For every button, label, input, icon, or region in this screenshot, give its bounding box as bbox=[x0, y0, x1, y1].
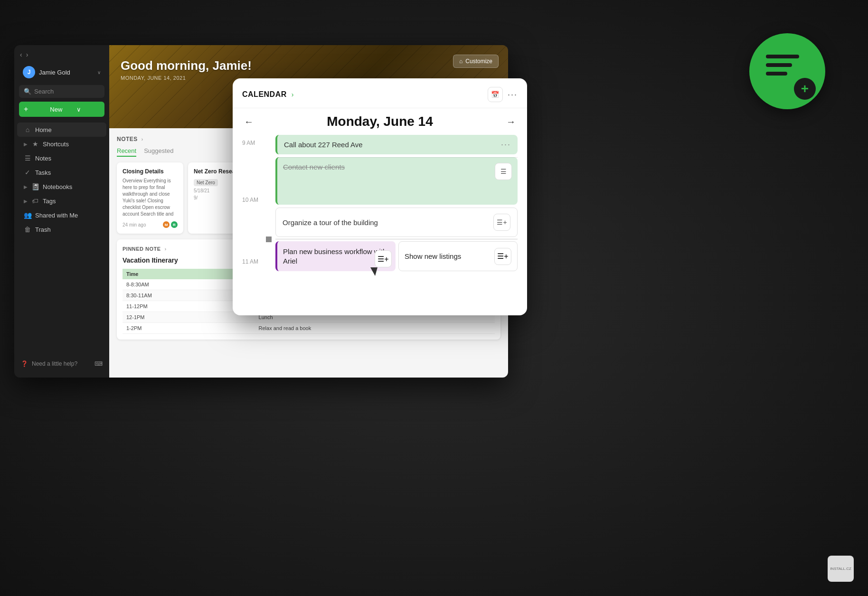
note-action-icon-3: ☰+ bbox=[377, 255, 388, 264]
shortcuts-expand-icon: ▶ bbox=[24, 142, 28, 147]
badge-line-2 bbox=[766, 63, 792, 67]
calendar-header-arrow[interactable]: › bbox=[292, 91, 294, 98]
shared-icon: 👥 bbox=[24, 211, 31, 219]
event-action-organize-tour[interactable]: ☰+ bbox=[493, 214, 510, 231]
green-badge[interactable]: + bbox=[749, 33, 825, 109]
help-text[interactable]: Need a little help? bbox=[32, 360, 77, 367]
user-profile[interactable]: J Jamie Gold ∨ bbox=[17, 63, 106, 81]
calendar-next-button[interactable]: → bbox=[504, 114, 518, 129]
note-time-closing: 24 min ago bbox=[123, 222, 146, 227]
note-users-closing: M R bbox=[163, 221, 178, 228]
event-plan-workflow[interactable]: Plan new business workflow with Ariel ☰+ bbox=[275, 241, 396, 271]
new-chevron-icon: ∨ bbox=[76, 106, 100, 113]
notes-section-arrow[interactable]: › bbox=[142, 137, 143, 142]
event-text-call-reed: Call about 227 Reed Ave bbox=[284, 141, 363, 149]
sidebar-item-tasks[interactable]: ✓ Tasks bbox=[17, 165, 106, 180]
sidebar-item-shortcuts[interactable]: ▶ ★ Shortcuts bbox=[17, 137, 106, 151]
note-meta-closing: 24 min ago M R bbox=[123, 221, 178, 228]
plan-workflow-action-btn[interactable]: ☰+ bbox=[375, 250, 392, 267]
nav-arrows: ‹ › bbox=[14, 51, 109, 63]
tab-suggested[interactable]: Suggested bbox=[144, 147, 173, 157]
badge-line-3 bbox=[766, 72, 787, 76]
search-bar[interactable]: 🔍 Search bbox=[19, 85, 104, 98]
note-body-closing: Overview Everything is here to prep for … bbox=[123, 178, 178, 218]
search-label: Search bbox=[34, 88, 54, 95]
time-slot-11am: 11 AM bbox=[242, 254, 268, 315]
note-card-closing[interactable]: Closing Details Overview Everything is h… bbox=[117, 162, 183, 234]
sidebar-item-home[interactable]: ⌂ Home bbox=[17, 123, 106, 137]
notebooks-expand-icon: ▶ bbox=[24, 184, 28, 189]
time-column: 9 AM 10 AM 11 AM bbox=[242, 135, 268, 315]
help-icon: ❓ bbox=[21, 360, 28, 367]
badge-content: + bbox=[766, 50, 809, 93]
sidebar-item-notebooks[interactable]: ▶ 📓 Notebooks bbox=[17, 180, 106, 194]
sidebar-footer: ❓ Need a little help? ⌨ bbox=[14, 356, 109, 372]
pinned-arrow[interactable]: › bbox=[165, 246, 166, 252]
nav-back-arrow[interactable]: ‹ bbox=[20, 51, 22, 58]
watermark-text: INSTALL.CZ bbox=[830, 567, 851, 571]
event-contact-clients[interactable]: Contact new clients ☰ bbox=[275, 157, 518, 205]
trash-icon: 🗑 bbox=[24, 226, 31, 233]
badge-lines bbox=[766, 50, 809, 76]
badge-line-1 bbox=[766, 55, 799, 58]
event-show-listings[interactable]: Show new listings ☰+ bbox=[398, 241, 518, 271]
keyboard-icon: ⌨ bbox=[94, 360, 103, 367]
time-slot-9am: 9 AM bbox=[242, 135, 268, 192]
nav-forward-arrow[interactable]: › bbox=[26, 51, 28, 58]
event-organize-tour[interactable]: Organize a tour of the building ☰+ bbox=[275, 208, 518, 237]
sidebar: ‹ › J Jamie Gold ∨ 🔍 Search + New ∨ ⌂ Ho… bbox=[14, 45, 109, 378]
shortcuts-icon: ★ bbox=[31, 140, 39, 148]
notebooks-icon: 📓 bbox=[31, 183, 39, 190]
home-icon: ⌂ bbox=[24, 126, 31, 133]
notes-icon: ☰ bbox=[24, 154, 31, 162]
time-marker-row bbox=[275, 239, 518, 239]
calendar-nav: ← Monday, June 14 → bbox=[233, 108, 527, 135]
cursor-icon bbox=[370, 267, 377, 276]
note-tag-netzero: Net Zero bbox=[194, 179, 218, 186]
event-action-show-listings[interactable]: ☰+ bbox=[494, 248, 511, 265]
calendar-popup: CALENDAR › 📅 ··· ← Monday, June 14 → 9 A… bbox=[233, 78, 527, 315]
new-label: New bbox=[50, 106, 73, 113]
greeting-text: Good morning, Jamie! bbox=[121, 58, 497, 73]
event-action-plan-workflow[interactable]: ☰+ bbox=[375, 250, 392, 267]
sidebar-item-label-notebooks: Notebooks bbox=[43, 183, 72, 190]
sidebar-item-label-tasks: Tasks bbox=[35, 169, 51, 176]
badge-plus-icon: + bbox=[801, 82, 809, 95]
avatar: J bbox=[23, 66, 35, 78]
table-cell-activity: Relax and read a book bbox=[255, 323, 495, 334]
time-marker-line bbox=[275, 239, 518, 239]
sidebar-item-tags[interactable]: ▶ 🏷 Tags bbox=[17, 194, 106, 208]
tasks-icon: ✓ bbox=[24, 169, 31, 176]
badge-plus-circle[interactable]: + bbox=[794, 78, 816, 100]
search-icon: 🔍 bbox=[24, 88, 31, 95]
new-button[interactable]: + New ∨ bbox=[19, 102, 104, 117]
sidebar-item-label-shortcuts: Shortcuts bbox=[43, 141, 69, 148]
watermark: INSTALL.CZ bbox=[828, 556, 854, 582]
split-events-row: Plan new business workflow with Ariel ☰+… bbox=[275, 241, 518, 271]
time-marker-dot bbox=[266, 237, 272, 242]
sidebar-item-label-home: Home bbox=[35, 126, 52, 133]
event-action-contact-clients[interactable]: ☰ bbox=[495, 163, 512, 180]
calendar-prev-button[interactable]: ← bbox=[242, 114, 255, 129]
event-call-reed[interactable]: Call about 227 Reed Ave ··· bbox=[275, 135, 518, 154]
sidebar-item-label-tags: Tags bbox=[43, 198, 56, 205]
user-dot-2: R bbox=[171, 221, 178, 228]
new-plus-icon: + bbox=[24, 105, 47, 114]
tags-expand-icon: ▶ bbox=[24, 199, 28, 204]
sidebar-item-notes[interactable]: ☰ Notes bbox=[17, 151, 106, 165]
calendar-more-button[interactable]: ··· bbox=[508, 90, 518, 100]
event-text-plan-workflow: Plan new business workflow with Ariel bbox=[283, 247, 387, 265]
user-name: Jamie Gold bbox=[39, 69, 94, 76]
sidebar-item-trash[interactable]: 🗑 Trash bbox=[17, 222, 106, 237]
table-cell-time: 1-2PM bbox=[123, 323, 255, 334]
note-title-closing: Closing Details bbox=[123, 168, 178, 175]
calendar-title: CALENDAR bbox=[242, 90, 287, 99]
sidebar-item-label-shared: Shared with Me bbox=[35, 212, 78, 219]
event-dots-call-reed[interactable]: ··· bbox=[501, 140, 511, 150]
user-dot-1: M bbox=[163, 221, 170, 228]
tab-recent[interactable]: Recent bbox=[117, 147, 136, 157]
sidebar-item-shared[interactable]: 👥 Shared with Me bbox=[17, 208, 106, 222]
calendar-body: 9 AM 10 AM 11 AM Call about 227 Reed Ave… bbox=[233, 135, 527, 315]
calendar-view-button[interactable]: 📅 bbox=[488, 87, 503, 102]
tags-icon: 🏷 bbox=[31, 197, 39, 205]
